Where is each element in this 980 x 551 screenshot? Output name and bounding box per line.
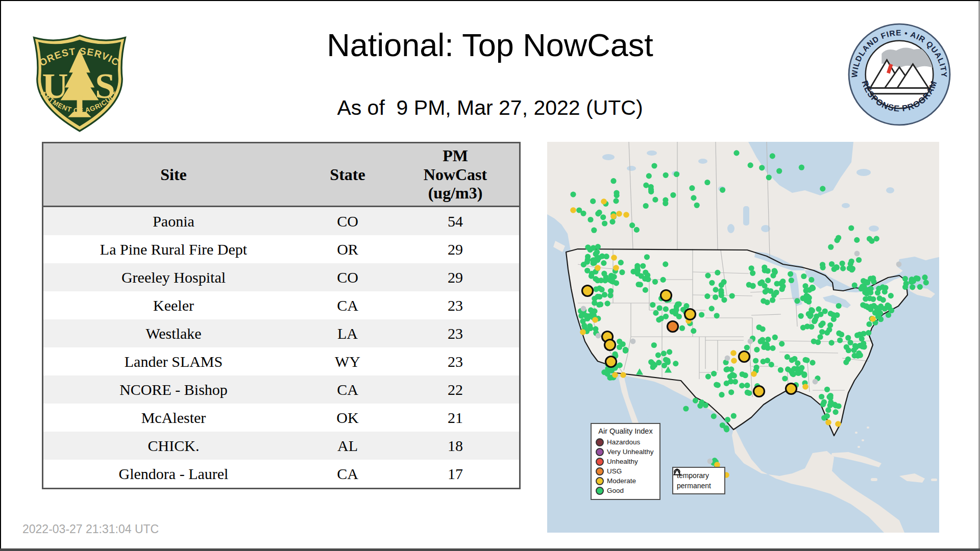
good-site-dot [748,162,753,168]
good-site-dot [691,328,696,334]
nodata-site-dot [748,339,753,344]
good-site-dot [839,332,844,337]
good-site-dot [840,261,845,266]
good-site-dot [874,236,879,241]
good-site-dot [840,266,846,271]
good-site-dot [670,309,675,314]
nodata-site-dot [707,459,713,464]
good-site-dot [923,280,929,285]
good-site-dot [705,374,711,380]
nodata-site-dot [596,333,601,339]
good-site-dot [909,279,914,285]
good-site-dot [872,310,878,316]
cell-site: Glendora - Laurel [43,460,304,489]
good-site-dot [849,267,854,272]
good-site-dot [769,362,774,367]
good-site-dot [670,192,676,198]
good-site-dot [798,313,804,319]
good-site-dot [800,295,806,301]
good-site-dot [846,347,851,353]
good-site-dot [766,174,772,180]
good-site-dot [833,403,839,408]
good-site-dot [727,374,733,380]
good-site-dot [592,260,597,266]
good-site-dot [770,345,775,351]
cell-pm-value: 29 [391,235,520,263]
cell-state: WY [304,347,391,375]
good-site-dot [592,300,597,306]
moderate-site-dot [580,329,586,335]
good-site-dot [878,304,884,309]
cell-site: Westlake [43,319,304,347]
good-site-dot [817,334,823,340]
good-site-dot [652,197,658,203]
good-site-dot [591,228,597,233]
moderate-site-dot [623,212,629,218]
good-site-dot [650,302,655,308]
cell-pm-value: 18 [391,432,520,460]
good-site-dot [764,342,770,347]
good-site-dot [617,339,622,344]
cell-pm-value: 29 [391,263,520,291]
good-site-dot [780,279,786,284]
good-site-dot [812,318,817,324]
good-site-dot [651,163,657,168]
cell-state: CA [304,291,391,319]
moderate-swatch-icon [596,477,604,485]
good-site-dot [683,406,689,411]
good-site-dot [759,280,765,285]
good-site-dot [578,313,584,319]
good-site-dot [719,392,724,397]
moderate-site-dot [870,316,876,322]
moderate-site-dot [751,371,757,377]
good-site-dot [765,278,771,283]
good-site-dot [820,265,826,270]
moderate-site-dot [835,421,841,427]
aqi-legend-item: Unhealthy [596,457,655,466]
good-site-dot [595,278,600,283]
page-title: National: Top NowCast [0,28,980,63]
good-site-dot [646,173,652,179]
good-site-dot [870,276,876,281]
good-site-dot [743,372,748,378]
good-site-dot [720,422,725,428]
good-site-dot [804,358,810,363]
good-site-dot [848,225,854,231]
good-site-dot [652,279,658,285]
good-site-dot [725,366,730,372]
table-row: PaoniaCO54 [43,207,520,236]
good-site-dot [772,335,778,340]
nodata-site-dot [725,356,730,361]
table-row: CHICK.AL18 [43,432,520,460]
good-site-dot [866,321,872,327]
aqi-legend: Air Quality Index HazardousVery Unhealth… [591,423,660,500]
aqi-legend-label: Unhealthy [607,458,638,465]
good-site-dot [609,219,615,224]
good-site-dot [714,382,719,388]
good-site-dot [845,357,851,362]
good-site-dot [782,375,788,381]
good-site-dot [724,381,729,386]
good-site-dot [756,324,762,330]
good-site-dot [613,198,619,204]
good-site-dot [744,383,750,388]
good-site-dot [819,329,825,335]
aqi-legend-item: Very Unhealthy [596,447,655,457]
good-site-dot [825,407,831,413]
good-site-dot [776,168,782,174]
good-site-dot [902,284,908,290]
cell-state: CA [304,375,391,404]
good-site-dot [770,297,775,303]
good-site-dot [673,361,678,366]
good-site-dot [729,293,735,298]
good-site-dot [856,257,862,263]
good-site-dot [693,398,698,404]
moderate-site-dot [611,255,617,261]
good-site-dot [604,254,609,259]
good-site-dot [762,264,767,270]
permanent-label: permanent [677,482,711,490]
site-marker [605,340,616,350]
good-site-dot [857,343,863,348]
good-site-dot [595,244,601,249]
good-site-dot [657,305,663,311]
